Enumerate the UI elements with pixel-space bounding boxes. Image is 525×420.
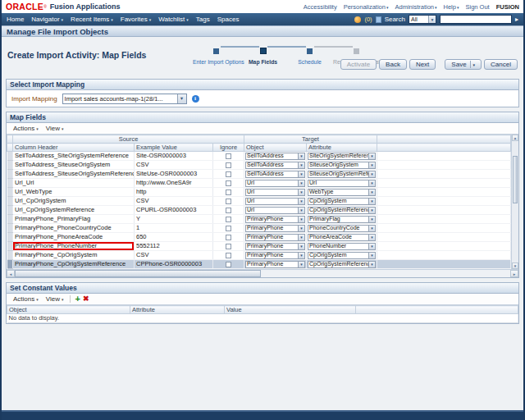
row-selector[interactable] <box>7 161 13 170</box>
dropdown-arrow-icon[interactable]: ▼ <box>368 180 375 186</box>
nav-home[interactable]: Home <box>7 16 24 23</box>
table-row[interactable]: SellToAddress_SiteuseOrigSystemReference… <box>7 170 511 179</box>
row-selector[interactable] <box>7 179 13 188</box>
dropdown-arrow-icon[interactable]: ▼ <box>298 153 304 159</box>
row-selector[interactable] <box>7 206 13 215</box>
dropdown-arrow-icon[interactable]: ▼ <box>298 262 304 267</box>
scroll-up-icon[interactable]: ▲ <box>512 135 518 141</box>
train-stop-icon[interactable] <box>213 48 219 54</box>
vertical-scrollbar[interactable]: ▲ ▼ <box>511 135 518 269</box>
dropdown-arrow-icon[interactable]: ▼ <box>368 253 375 258</box>
next-button[interactable]: Next <box>409 59 436 70</box>
object-select[interactable]: SellToAddress▼ <box>245 171 305 178</box>
search-go-button[interactable]: ▸ <box>515 15 518 24</box>
ignore-checkbox[interactable] <box>226 217 231 222</box>
dropdown-arrow-icon[interactable]: ▼ <box>368 153 375 159</box>
table-row[interactable]: Url_CpOrigSystemReference CPURL-OSR00000… <box>7 206 511 215</box>
ignore-checkbox[interactable] <box>226 162 231 168</box>
chevron-down-icon[interactable]: ▾ <box>470 61 476 68</box>
search-input[interactable] <box>440 15 512 24</box>
object-select[interactable]: PrimaryPhone▼ <box>245 234 305 241</box>
object-select[interactable]: Url▼ <box>245 180 305 187</box>
view-menu[interactable]: View▾ <box>43 295 66 303</box>
attribute-select[interactable]: SiteOrigSystemReference▼ <box>308 153 376 160</box>
accessibility-link[interactable]: Accessibility <box>304 3 337 11</box>
ignore-checkbox[interactable] <box>226 235 231 240</box>
activate-button[interactable]: Activate <box>340 59 377 70</box>
train-stop-icon[interactable] <box>260 48 267 54</box>
search-scope-select[interactable]: All ▼ <box>409 15 436 24</box>
row-selector[interactable] <box>7 215 13 224</box>
ignore-checkbox[interactable] <box>226 199 231 204</box>
dropdown-arrow-icon[interactable]: ▼ <box>298 217 304 222</box>
attribute-select[interactable]: SiteuseOrigSystemReference▼ <box>308 171 376 178</box>
import-mapping-select[interactable]: Import sales accounts-map-1(28/1... ▼ <box>62 94 187 104</box>
dropdown-arrow-icon[interactable]: ▼ <box>368 189 375 195</box>
nav-tags[interactable]: Tags <box>196 16 210 23</box>
object-select[interactable]: PrimaryPhone▼ <box>245 261 305 268</box>
table-row[interactable]: PrimaryPhone_PhoneCountryCode 1 PrimaryP… <box>7 224 511 233</box>
row-selector[interactable] <box>7 260 13 269</box>
attribute-select[interactable]: WebType▼ <box>308 189 376 196</box>
dropdown-arrow-icon[interactable]: ▼ <box>368 244 375 249</box>
add-row-icon[interactable]: + <box>75 294 80 304</box>
ignore-checkbox[interactable] <box>226 262 231 267</box>
object-select[interactable]: SellToAddress▼ <box>245 162 305 169</box>
table-row[interactable]: Url_WebType http Url▼ WebType▼ <box>7 188 511 197</box>
ignore-checkbox[interactable] <box>226 244 231 249</box>
dropdown-arrow-icon[interactable]: ▼ <box>298 162 304 168</box>
table-row[interactable]: PrimaryPhone_PhoneAreaCode 650 PrimaryPh… <box>7 233 511 242</box>
ignore-checkbox[interactable] <box>226 171 231 177</box>
attribute-select[interactable]: CpOrigSystemReference▼ <box>308 261 376 268</box>
notifications-icon[interactable] <box>354 16 361 23</box>
attribute-select[interactable]: PhoneNumber▼ <box>308 243 376 250</box>
personalization-menu[interactable]: Personalization▾ <box>344 3 389 11</box>
train-stop-icon[interactable] <box>307 48 313 54</box>
row-selector[interactable] <box>7 242 13 251</box>
dropdown-arrow-icon[interactable]: ▼ <box>298 244 304 249</box>
object-select[interactable]: Url▼ <box>245 189 305 196</box>
row-selector[interactable] <box>7 251 13 260</box>
dropdown-arrow-icon[interactable]: ▼ <box>298 226 304 231</box>
table-row[interactable]: PrimaryPhone_PrimaryFlag Y PrimaryPhone▼… <box>7 215 511 224</box>
nav-watchlist[interactable]: Watchlist▾ <box>158 16 189 23</box>
actions-menu[interactable]: Actions▾ <box>11 125 41 132</box>
dropdown-arrow-icon[interactable]: ▼ <box>368 235 375 240</box>
row-selector[interactable] <box>7 233 13 242</box>
dropdown-arrow-icon[interactable]: ▼ <box>298 199 304 204</box>
nav-favorites[interactable]: Favorites▾ <box>121 16 151 23</box>
attribute-select[interactable]: PrimaryFlag▼ <box>308 216 376 223</box>
table-row[interactable]: PrimaryPhone_PhoneNumber 5552112 Primary… <box>7 242 511 251</box>
ignore-checkbox[interactable] <box>226 153 231 159</box>
object-select[interactable]: PrimaryPhone▼ <box>245 252 305 259</box>
dropdown-arrow-icon[interactable]: ▼ <box>298 171 304 177</box>
scroll-down-icon[interactable]: ▼ <box>512 262 518 269</box>
ignore-checkbox[interactable] <box>226 253 231 258</box>
row-selector[interactable] <box>7 224 13 233</box>
nav-spaces[interactable]: Spaces <box>217 16 240 23</box>
flag-icon[interactable] <box>376 16 381 23</box>
ignore-checkbox[interactable] <box>226 180 231 186</box>
save-button[interactable]: Save▾ <box>445 59 482 70</box>
object-select[interactable]: SellToAddress▼ <box>245 153 305 160</box>
actions-menu[interactable]: Actions▾ <box>11 295 41 303</box>
dropdown-arrow-icon[interactable]: ▼ <box>298 208 304 213</box>
nav-navigator[interactable]: Navigator▾ <box>31 16 63 23</box>
scroll-right-icon[interactable]: ▸ <box>510 270 518 277</box>
cancel-button[interactable]: Cancel <box>484 59 518 70</box>
table-row[interactable]: PrimaryPhone_CpOrigSystem CSV PrimaryPho… <box>7 251 511 260</box>
attribute-select[interactable]: SiteuseOrigSystem▼ <box>308 162 376 169</box>
ignore-checkbox[interactable] <box>226 208 231 213</box>
row-selector[interactable] <box>7 197 13 206</box>
object-select[interactable]: PrimaryPhone▼ <box>245 216 305 223</box>
dropdown-arrow-icon[interactable]: ▼ <box>428 16 436 23</box>
dropdown-arrow-icon[interactable]: ▼ <box>368 199 375 204</box>
attribute-select[interactable]: PhoneCountryCode▼ <box>308 225 376 232</box>
sign-out-link[interactable]: Sign Out <box>465 3 489 11</box>
table-row[interactable]: SellToAddress_SiteOrigSystemReference Si… <box>7 152 511 161</box>
row-selector[interactable] <box>7 152 13 161</box>
info-icon[interactable]: i <box>192 95 199 103</box>
dropdown-arrow-icon[interactable]: ▼ <box>368 162 375 168</box>
attribute-select[interactable]: CpOrigSystem▼ <box>308 252 376 259</box>
object-select[interactable]: Url▼ <box>245 198 305 205</box>
